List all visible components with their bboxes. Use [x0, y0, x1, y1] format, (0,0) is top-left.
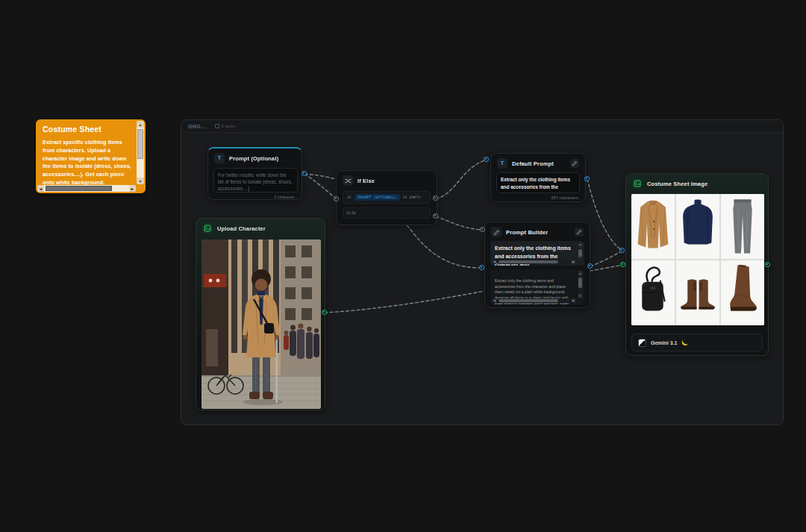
builder-template-box[interactable]: Extract only the clothing items and acce… — [490, 269, 584, 304]
item-crossbody-bag — [631, 260, 675, 325]
node-header: T Default Prompt — [491, 154, 585, 172]
costume-sheet-result[interactable] — [631, 194, 764, 325]
edit-icon[interactable] — [570, 159, 579, 168]
scroll-right-icon[interactable]: ▶ — [571, 260, 576, 264]
scroll-down-icon[interactable]: ▼ — [578, 293, 583, 298]
port-ifelse-if-output[interactable] — [433, 195, 438, 201]
node-prompt-builder[interactable]: Prompt Builder Extract only the clothing… — [484, 222, 590, 308]
port-prompt-builder-input-1[interactable] — [480, 227, 485, 232]
node-header: If Else — [337, 171, 437, 189]
node-costume-sheet-image[interactable]: Costume Sheet Image — [625, 173, 769, 356]
item-suede-boot — [721, 260, 764, 325]
node-prompt-optional[interactable]: T Prompt (Optional) 0 character — [207, 147, 302, 200]
node-header: T Prompt (Optional) — [208, 148, 302, 166]
branch-icon — [343, 175, 353, 186]
scroll-thumb[interactable] — [499, 299, 558, 302]
node-header: Prompt Builder — [485, 222, 590, 240]
canvas-header: GHO... 0 tasks — [181, 120, 783, 133]
character-photo[interactable] — [202, 240, 321, 409]
scroll-right-icon[interactable]: ▶ — [129, 185, 136, 192]
scroll-right-icon[interactable]: ▶ — [571, 298, 576, 303]
node-title: Default Prompt — [512, 160, 554, 167]
port-ifelse-else-output[interactable] — [433, 213, 438, 219]
node-title: Costume Sheet Image — [647, 181, 707, 187]
port-default-prompt-input[interactable] — [484, 157, 489, 162]
character-photo-illustration — [202, 240, 321, 409]
item-chelsea-boots — [676, 260, 719, 325]
else-row[interactable]: ELSE — [343, 207, 431, 219]
scroll-up-icon[interactable]: ▲ — [137, 121, 144, 128]
else-label: ELSE — [347, 211, 356, 215]
tasks-label: 0 tasks — [222, 124, 236, 128]
node-upload-character[interactable]: Upload Character — [196, 218, 325, 410]
item-coat — [631, 194, 675, 259]
workflow-editor: GHO... 0 tasks T Prompt (Optional) 0 cha… — [0, 0, 806, 532]
node-title: If Else — [357, 178, 375, 184]
scroll-left-icon[interactable]: ◀ — [492, 260, 497, 264]
node-if-else[interactable]: If Else IF PROMPT (OPTIONAL) IS EMPTY EL… — [336, 170, 437, 225]
node-header: Costume Sheet Image — [626, 174, 768, 192]
operator-label: IS EMPTY — [403, 195, 422, 199]
horizontal-scrollbar[interactable]: ◀ ▶ — [37, 185, 136, 192]
char-count: 0 character — [215, 195, 295, 199]
workflow-title: GHO... — [188, 124, 206, 129]
scroll-thumb[interactable] — [46, 186, 112, 191]
builder-preview-box[interactable]: Extract only the clothing items and acce… — [490, 241, 584, 266]
tasks-badge: 0 tasks — [215, 124, 236, 128]
pencil-icon — [491, 227, 502, 237]
model-selector[interactable]: Gemini 3.1 — [631, 334, 763, 351]
tasks-icon — [215, 124, 219, 128]
port-costume-prompt-input[interactable] — [619, 248, 625, 253]
node-header: Upload Character — [196, 219, 325, 237]
port-upload-character-output[interactable] — [322, 310, 327, 315]
vertical-scrollbar[interactable]: ▲ ▼ — [137, 121, 144, 184]
default-prompt-text: Extract only the clothing items and acce… — [496, 172, 580, 193]
node-default-prompt[interactable]: T Default Prompt Extract only the clothi… — [490, 153, 586, 202]
scroll-thumb[interactable] — [578, 278, 582, 288]
scroll-thumb[interactable] — [137, 129, 143, 159]
edit-icon[interactable] — [575, 228, 584, 237]
sticky-note[interactable]: Costume Sheet Extract specific clothing … — [36, 119, 146, 193]
variable-pill[interactable]: PROMPT (OPTIONAL) — [354, 194, 400, 201]
port-prompt-optional-output[interactable] — [302, 171, 307, 176]
port-prompt-builder-input-2[interactable] — [479, 265, 484, 270]
sticky-note-title: Costume Sheet — [43, 125, 133, 134]
text-prompt-icon: T — [214, 153, 225, 163]
node-title: Prompt Builder — [506, 229, 548, 236]
image-output-icon — [632, 178, 643, 189]
model-label: Gemini 3.1 — [651, 340, 677, 345]
char-count: 557 characters — [498, 195, 578, 200]
image-icon — [202, 223, 213, 234]
vertical-scrollbar[interactable]: ▲▼ — [578, 242, 583, 260]
scroll-thumb[interactable] — [499, 260, 558, 263]
banana-icon — [681, 339, 689, 346]
port-costume-image-input[interactable] — [620, 262, 625, 267]
node-title: Prompt (Optional) — [229, 155, 278, 162]
node-title: Upload Character — [217, 225, 266, 232]
port-default-prompt-output[interactable] — [584, 176, 590, 181]
port-costume-output[interactable] — [765, 262, 770, 267]
port-ifelse-input[interactable] — [334, 196, 339, 201]
scroll-up-icon[interactable]: ▲ — [578, 242, 583, 248]
scroll-left-icon[interactable]: ◀ — [492, 298, 497, 303]
prompt-input[interactable] — [213, 168, 298, 193]
vertical-scrollbar[interactable]: ▲▼ — [578, 271, 583, 298]
horizontal-scrollbar[interactable]: ◀▶ — [492, 298, 576, 303]
item-turtleneck — [676, 194, 719, 259]
item-trousers — [721, 194, 764, 259]
scroll-up-icon[interactable]: ▲ — [578, 271, 583, 276]
if-label: IF — [347, 195, 352, 199]
horizontal-scrollbar[interactable]: ◀▶ — [492, 260, 576, 264]
if-condition-row[interactable]: IF PROMPT (OPTIONAL) IS EMPTY — [343, 191, 431, 204]
scroll-left-icon[interactable]: ◀ — [37, 185, 44, 192]
scroll-down-icon[interactable]: ▼ — [137, 178, 144, 184]
port-prompt-builder-output[interactable] — [587, 263, 593, 269]
model-icon — [638, 339, 646, 347]
sticky-note-body: Extract specific clothing items from cha… — [43, 139, 133, 187]
text-prompt-icon: T — [497, 158, 507, 169]
scroll-thumb[interactable] — [578, 249, 582, 257]
